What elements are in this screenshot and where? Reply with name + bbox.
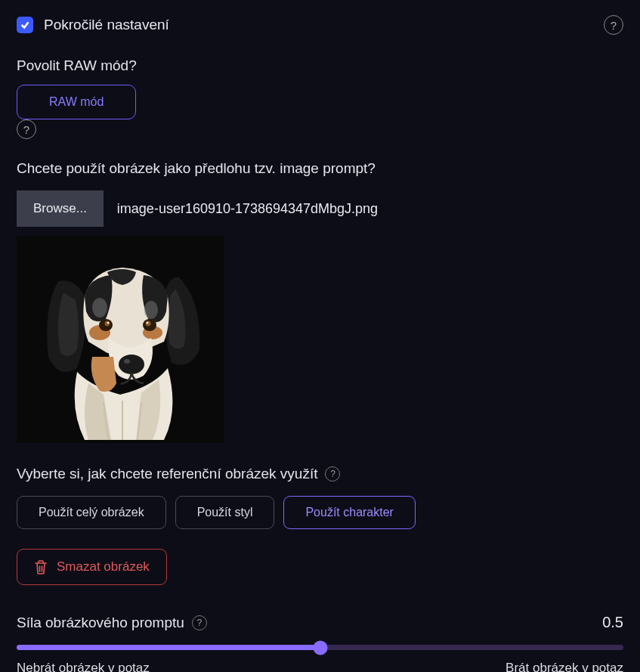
raw-mode-question: Povolit RAW mód? bbox=[17, 57, 623, 74]
delete-image-button[interactable]: Smazat obrázek bbox=[17, 549, 167, 585]
dog-image-icon bbox=[17, 236, 224, 443]
help-icon[interactable]: ? bbox=[604, 15, 623, 35]
trash-icon bbox=[34, 559, 48, 574]
strength-label: Síla obrázkového promptu bbox=[17, 615, 184, 631]
help-icon[interactable]: ? bbox=[325, 466, 340, 482]
uploaded-filename: image-user160910-1738694347dMbgJ.png bbox=[117, 201, 378, 217]
svg-point-9 bbox=[107, 322, 110, 324]
strength-max-label: Brát obrázek v potaz bbox=[506, 661, 623, 672]
help-icon[interactable]: ? bbox=[192, 615, 207, 630]
slider-fill bbox=[17, 645, 320, 650]
check-icon bbox=[20, 20, 30, 30]
svg-point-5 bbox=[119, 355, 144, 374]
strength-slider[interactable] bbox=[17, 645, 623, 650]
svg-point-8 bbox=[105, 321, 110, 327]
advanced-settings-label: Pokročilé nastavení bbox=[44, 17, 169, 33]
svg-point-6 bbox=[124, 359, 130, 364]
svg-point-1 bbox=[92, 298, 107, 317]
use-style-button[interactable]: Použít styl bbox=[175, 496, 275, 529]
browse-button[interactable]: Browse... bbox=[17, 190, 104, 227]
strength-min-label: Nebrát obrázek v potaz bbox=[17, 661, 150, 672]
image-prompt-question: Chcete použít obrázek jako předlohu tzv.… bbox=[17, 160, 623, 177]
svg-point-12 bbox=[147, 322, 149, 324]
delete-image-label: Smazat obrázek bbox=[57, 559, 150, 574]
svg-point-11 bbox=[146, 321, 151, 327]
svg-point-2 bbox=[144, 301, 158, 319]
reference-usage-label: Vyberte si, jak chcete referenční obráze… bbox=[17, 466, 317, 482]
advanced-settings-checkbox[interactable] bbox=[17, 17, 33, 33]
strength-value: 0.5 bbox=[602, 614, 623, 631]
image-preview bbox=[17, 236, 224, 443]
slider-thumb[interactable] bbox=[313, 640, 327, 655]
use-character-button[interactable]: Použít charakter bbox=[283, 496, 416, 529]
raw-mode-button[interactable]: RAW mód bbox=[17, 85, 136, 119]
use-whole-image-button[interactable]: Použít celý obrázek bbox=[17, 496, 166, 529]
help-icon[interactable]: ? bbox=[17, 119, 36, 139]
